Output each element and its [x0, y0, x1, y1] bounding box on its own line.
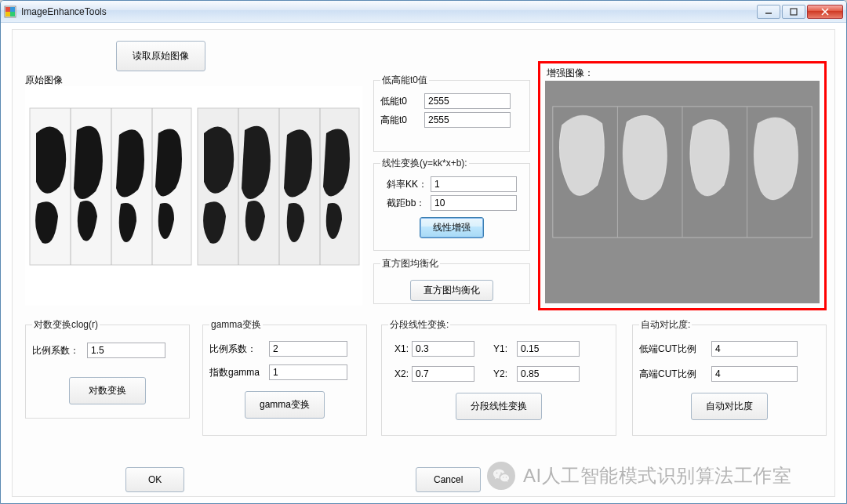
- log-group-legend: 对数变换clog(r): [32, 318, 100, 332]
- svg-rect-3: [5, 12, 10, 16]
- enhanced-image-frame: 增强图像：: [538, 61, 827, 310]
- window-title: ImageEnhanceTools: [21, 6, 107, 17]
- titlebar[interactable]: ImageEnhanceTools: [1, 1, 846, 23]
- minimize-button[interactable]: [757, 5, 780, 19]
- original-image-label: 原始图像: [25, 74, 63, 87]
- highcut-input[interactable]: [711, 366, 798, 382]
- t0-group-legend: 低高能t0值: [380, 74, 429, 87]
- x2-input[interactable]: [412, 366, 474, 382]
- lowt0-input[interactable]: [424, 93, 511, 109]
- hight0-input[interactable]: [424, 112, 511, 128]
- ok-wrap: OK: [124, 466, 186, 494]
- interceptbb-input[interactable]: [431, 195, 517, 211]
- histeq-group-legend: 直方图均衡化: [380, 257, 440, 270]
- maximize-button[interactable]: [782, 5, 805, 19]
- y2-input[interactable]: [517, 366, 580, 382]
- svg-rect-6: [791, 9, 797, 15]
- lowt0-label: 低能t0: [380, 95, 424, 108]
- gamma-coef-input[interactable]: [269, 341, 347, 357]
- log-coef-input[interactable]: [87, 343, 165, 358]
- original-image-box: [25, 86, 362, 306]
- histeq-button[interactable]: 直方图均衡化: [410, 280, 493, 301]
- slopekk-label: 斜率KK：: [380, 178, 431, 191]
- gamma-transform-button[interactable]: gamma变换: [245, 391, 325, 419]
- gamma-exp-input[interactable]: [269, 364, 347, 380]
- lowcut-input[interactable]: [711, 341, 798, 357]
- highcut-label: 高端CUT比例: [639, 368, 711, 381]
- enhanced-image-box: [545, 81, 820, 303]
- log-transform-button[interactable]: 对数变换: [69, 377, 146, 404]
- histeq-group: 直方图均衡化 直方图均衡化: [373, 257, 530, 304]
- y1-input[interactable]: [517, 341, 580, 357]
- piecewise-group-legend: 分段线性变换:: [388, 318, 450, 332]
- app-icon: [4, 5, 16, 18]
- autocontrast-group: 自动对比度: 低端CUT比例 高端CUT比例 自动对比度: [632, 318, 827, 436]
- svg-rect-1: [5, 7, 10, 12]
- client-area: 读取原始图像 原始图像: [1, 23, 846, 503]
- interceptbb-label: 截距bb：: [380, 197, 431, 210]
- window: ImageEnhanceTools 读取原始图像 原始图像: [0, 0, 847, 504]
- piecewise-button[interactable]: 分段线性变换: [456, 393, 542, 420]
- gamma-group: gamma变换 比例系数： 指数gamma gamma变换: [202, 318, 367, 436]
- cancel-wrap: Cancel: [414, 466, 482, 494]
- enhanced-image-label: 增强图像：: [547, 67, 594, 80]
- hight0-label: 高能t0: [380, 114, 424, 127]
- autocontrast-button[interactable]: 自动对比度: [691, 393, 768, 420]
- y1-label: Y1:: [493, 343, 517, 354]
- lowcut-label: 低端CUT比例: [639, 343, 711, 356]
- autocontrast-group-legend: 自动对比度:: [639, 318, 692, 332]
- gamma-exp-label: 指数gamma: [209, 366, 269, 379]
- window-buttons: [755, 5, 843, 19]
- main-panel: 读取原始图像 原始图像: [12, 29, 835, 497]
- x1-input[interactable]: [412, 341, 474, 357]
- piecewise-group: 分段线性变换: X1: Y1: X2: Y2: 分段线性变换: [381, 318, 616, 436]
- load-button-wrap: 读取原始图像: [115, 39, 207, 73]
- close-button[interactable]: [807, 5, 843, 19]
- t0-group: 低高能t0值 低能t0 高能t0: [373, 74, 530, 152]
- linear-enhance-button[interactable]: 线性增强: [420, 217, 484, 238]
- linear-group: 线性变换(y=kk*x+b): 斜率KK： 截距bb： 线性增强: [373, 157, 530, 251]
- log-group: 对数变换clog(r) 比例系数： 对数变换: [25, 318, 190, 419]
- y2-label: Y2:: [493, 368, 517, 379]
- slopekk-input[interactable]: [431, 176, 517, 192]
- cancel-button[interactable]: Cancel: [416, 467, 481, 492]
- ok-button[interactable]: OK: [125, 467, 184, 492]
- svg-rect-4: [10, 12, 15, 16]
- linear-group-legend: 线性变换(y=kk*x+b):: [380, 157, 469, 170]
- load-original-button[interactable]: 读取原始图像: [116, 41, 205, 71]
- x1-label: X1:: [388, 343, 412, 354]
- log-coef-label: 比例系数：: [32, 344, 87, 357]
- gamma-coef-label: 比例系数：: [209, 343, 269, 356]
- svg-rect-2: [10, 7, 15, 12]
- gamma-group-legend: gamma变换: [209, 318, 263, 332]
- x2-label: X2:: [388, 368, 412, 379]
